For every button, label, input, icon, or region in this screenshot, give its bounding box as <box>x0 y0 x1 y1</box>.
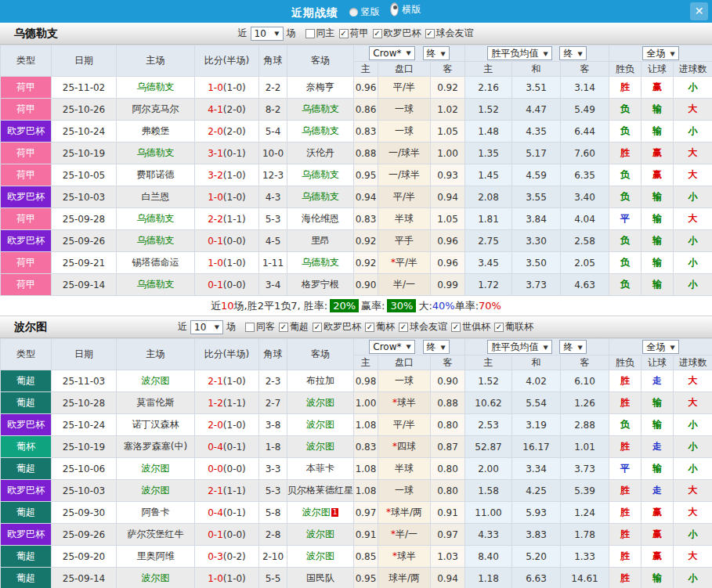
match-row: 荷甲25-11-02乌德勒支1-0(1-0)2-2奈梅亨0.96平/半0.922… <box>1 77 712 99</box>
score-cell: 0-1(0-0) <box>195 230 259 252</box>
avg-away-odds: 1.26 <box>561 392 609 414</box>
subcol-odds-away: 客 <box>431 355 465 370</box>
subcol-avg-draw: 和 <box>512 355 561 370</box>
checkbox-icon[interactable]: ✓ <box>365 323 374 332</box>
home-team: 里奥阿维 <box>117 546 195 568</box>
handicap: *四球 <box>378 436 431 458</box>
fulltime-score: 3-2 <box>208 170 223 181</box>
checkbox-icon[interactable]: ✓ <box>339 29 349 38</box>
filter-label: 葡杯 <box>376 320 395 334</box>
avg-away-odds: 3.14 <box>561 77 609 99</box>
match-date: 25-10-19 <box>52 436 117 458</box>
goals-result: 小 <box>674 414 712 436</box>
match-row: 葡超25-11-03波尔图2-1(1-0)2-3布拉加0.98一球0.901.5… <box>1 370 712 392</box>
fulltime-score: 0-4 <box>208 442 223 453</box>
avg-time-select[interactable]: 终▼ <box>559 340 586 354</box>
filter-checkbox[interactable]: ✓球会友谊 <box>425 27 474 40</box>
match-count-value: 10 <box>255 28 266 39</box>
home-odds: 0.91 <box>354 524 378 546</box>
checkbox-icon[interactable]: ✓ <box>279 323 288 332</box>
avg-draw-odds: 3.50 <box>512 252 561 274</box>
match-row: 葡超25-10-06波尔图0-0(0-0)3-3本菲卡1.08半球0.802.0… <box>1 458 712 480</box>
checkbox-icon[interactable]: ✓ <box>494 323 504 332</box>
fulltime-score: 2-0 <box>208 126 223 137</box>
goals-result: 小 <box>674 252 712 274</box>
match-count-select[interactable]: 10 ▼ <box>190 320 223 334</box>
avg-home-odds: 2.16 <box>465 77 512 99</box>
checkbox-icon[interactable]: ✓ <box>313 323 322 332</box>
avg-source-select[interactable]: 胜平负均值▼ <box>487 46 551 60</box>
away-team-name: 波尔图 <box>306 528 334 539</box>
radio-icon[interactable] <box>349 8 358 16</box>
goals-result: 小 <box>674 121 712 142</box>
league-badge: 荷甲 <box>1 77 52 99</box>
filter-checkbox[interactable]: ✓葡联杯 <box>494 320 533 334</box>
checkbox-icon[interactable] <box>245 323 255 332</box>
corner-count: 10-0 <box>259 142 287 164</box>
filter-checkbox[interactable]: ✓欧罗巴杯 <box>313 320 361 334</box>
odds-source-select[interactable]: Crow*▼ <box>369 46 414 60</box>
avg-source-select[interactable]: 胜平负均值▼ <box>487 340 551 354</box>
corner-count: 5-3 <box>259 480 287 502</box>
col-header-corner: 角球 <box>259 339 287 370</box>
home-team-name: 波尔图 <box>142 463 170 474</box>
league-badge: 荷甲 <box>1 99 52 121</box>
away-team-name: 贝尔格莱德红星 <box>287 485 353 496</box>
match-count-select[interactable]: 10 ▼ <box>251 27 284 41</box>
scope-select[interactable]: 全场▼ <box>642 340 678 354</box>
filter-checkbox[interactable]: ✓葡超 <box>279 320 309 334</box>
filter-label: 欧罗巴杯 <box>323 320 361 334</box>
avg-home-odds: 1.18 <box>465 568 512 588</box>
filter-checkbox[interactable]: ✓葡杯 <box>365 320 395 334</box>
subcol-handicap: 盘口 <box>378 62 431 77</box>
away-team: 海伦维恩 <box>287 208 354 230</box>
fulltime-score: 1-0 <box>208 573 223 584</box>
close-icon[interactable]: ✕ <box>690 2 708 20</box>
odds-time-select[interactable]: 终▼ <box>423 46 450 60</box>
handicap-result: 走 <box>642 480 674 502</box>
checkbox-icon[interactable]: ✓ <box>425 29 435 38</box>
odds-time-select[interactable]: 终▼ <box>423 340 450 354</box>
checkbox-icon[interactable]: ✓ <box>399 323 408 332</box>
team-name: 波尔图 <box>14 320 47 334</box>
home-odds: 0.83 <box>354 436 378 458</box>
goals-result: 大 <box>674 99 712 121</box>
summary-row: 近10场,胜2平1负7, 胜率:20%赢率:30%大:40% 单率:70% <box>0 296 712 316</box>
checkbox-icon[interactable]: ✓ <box>373 29 382 38</box>
away-team-name: 波尔图 <box>306 550 334 561</box>
filter-checkbox[interactable]: 同客 <box>245 320 275 334</box>
home-team: 莫雷伦斯 <box>117 392 195 414</box>
handicap-result: 赢 <box>642 142 674 164</box>
radio-icon[interactable] <box>390 2 399 16</box>
subcol-handicap-result: 让球 <box>642 355 674 370</box>
odds-group-header: Crow*▼ 终▼ <box>354 45 465 62</box>
away-team: 波尔图 <box>287 436 354 458</box>
col-header-score: 比分(半场) <box>195 339 259 370</box>
checkbox-icon[interactable] <box>305 29 315 38</box>
odds-source-select[interactable]: Crow*▼ <box>369 340 414 354</box>
filter-checkbox[interactable]: ✓球会友谊 <box>399 320 447 334</box>
layout-option-horizontal[interactable]: 横版 <box>390 2 421 16</box>
avg-time-select[interactable]: 终▼ <box>559 46 586 60</box>
odds-source-value: Crow* <box>373 341 401 352</box>
odds-source-value: Crow* <box>373 48 401 59</box>
checkbox-icon[interactable]: ✓ <box>451 323 461 332</box>
goals-result: 小 <box>674 186 712 208</box>
score-cell: 1-0(1-0) <box>195 252 259 274</box>
layout-option-vertical[interactable]: 竖版 <box>349 5 380 19</box>
filter-checkbox[interactable]: ✓荷甲 <box>339 27 369 40</box>
corner-count: 5-4 <box>259 121 287 142</box>
dropdown-arrow-icon: ▼ <box>543 344 548 350</box>
handicap-result: 输 <box>642 458 674 480</box>
match-row: 葡杯25-10-19塞洛罗森塞(中)0-4(0-1)1-8波尔图0.83*四球0… <box>1 436 712 458</box>
scope-select[interactable]: 全场▼ <box>642 46 678 60</box>
filter-checkbox[interactable]: ✓欧罗巴杯 <box>373 27 421 40</box>
home-odds: 1.08 <box>354 458 378 480</box>
subcol-odds-home: 主 <box>354 62 378 77</box>
home-team-name: 波尔图 <box>142 375 170 386</box>
halftime-score: (2-0) <box>223 126 246 137</box>
avg-draw-odds: 4.35 <box>512 121 561 142</box>
filter-checkbox[interactable]: ✓世俱杯 <box>451 320 490 334</box>
col-header-date: 日期 <box>52 45 117 77</box>
filter-checkbox[interactable]: 同主 <box>305 27 335 40</box>
